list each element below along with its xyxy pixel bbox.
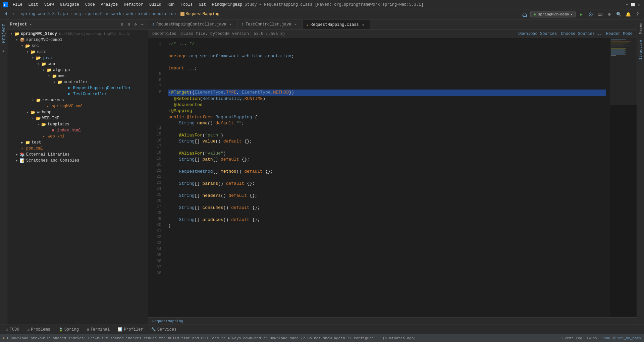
help-button[interactable]: ?: [634, 11, 641, 18]
breadcrumb-springframework[interactable]: springframework: [85, 12, 121, 16]
menu-file[interactable]: File: [10, 2, 25, 8]
tab-testcontroller[interactable]: J TestController.java ✕: [237, 20, 303, 29]
tab-java-icon-2: J: [241, 23, 244, 26]
tree-item-scratches[interactable]: ▶ 📝 Scratches and Consoles: [7, 158, 148, 164]
choose-sources-button[interactable]: Choose Sources...: [561, 32, 602, 36]
tree-item-mvc[interactable]: ▾ 📁 mvc: [7, 73, 148, 79]
tree-arrow-src: ▾: [19, 44, 25, 48]
project-tool-button[interactable]: Project: [0, 21, 7, 46]
sync-button[interactable]: [521, 11, 528, 18]
menu-build[interactable]: Build: [147, 2, 164, 8]
search-everywhere-button[interactable]: 🔍: [615, 11, 623, 18]
menu-edit[interactable]: Edit: [26, 2, 41, 8]
breadcrumb-bind[interactable]: bind: [138, 12, 147, 16]
tree-item-resources[interactable]: ▾ 📁 resources: [7, 97, 148, 103]
reader-mode-button[interactable]: Reader Mode: [606, 32, 633, 36]
tree-item-webapp[interactable]: ▾ 📂 webapp: [7, 109, 148, 115]
code-content[interactable]: ▾/* ... */ package org.springframework.w…: [164, 38, 610, 317]
tab-terminal[interactable]: ⊞ Terminal: [84, 326, 113, 334]
tab-profiler[interactable]: 📊 Profiler: [114, 326, 147, 334]
svg-marker-5: [534, 13, 536, 16]
menu-run[interactable]: Run: [165, 2, 177, 8]
tree-item-external[interactable]: ▶ 📚 External Libraries: [7, 152, 148, 158]
nav-forward-button[interactable]: [10, 11, 17, 18]
tab-close-3[interactable]: ✕: [361, 22, 366, 27]
src-folder-icon: 📂: [25, 43, 30, 49]
tree-item-main[interactable]: ▾ 📂 main: [7, 49, 148, 55]
tab-label-2: TestController.java: [246, 22, 291, 27]
decompile-actions: Download Sources Choose Sources... Reade…: [518, 32, 633, 36]
menu-code[interactable]: Code: [83, 2, 98, 8]
nav-back-button[interactable]: [3, 11, 9, 18]
tree-item-requestmappingcontroller[interactable]: ▾ C RequestMappingController: [7, 85, 148, 91]
tree-item-indexhtml[interactable]: ▾ H index.html: [7, 127, 148, 133]
status-warning-icon: ⬇: [3, 336, 5, 340]
gear-icon[interactable]: ⚙: [132, 21, 139, 27]
terminal-icon: ⊞: [87, 327, 89, 332]
tab-spring[interactable]: 🍃 Spring: [55, 326, 82, 334]
tree-item-atguigu[interactable]: ▾ 📁 atguigu: [7, 67, 148, 73]
menu-analyze[interactable]: Analyze: [98, 2, 120, 8]
coverage-button[interactable]: [596, 11, 604, 18]
tree-item-templates[interactable]: ▾ 📂 templates: [7, 121, 148, 127]
breadcrumb-annotation[interactable]: annotation: [152, 12, 176, 16]
services-label: Services: [157, 327, 177, 332]
tab-requestmappingcontroller[interactable]: J RequestMappingController.java ✕: [148, 20, 237, 29]
tree-item-demo1[interactable]: ▾ 📦 springMVC-demo1: [7, 37, 148, 43]
status-message-area: ⬇ ⬇ Download pre-built shared indexes: P…: [3, 336, 560, 340]
event-log-button[interactable]: Event Log: [562, 336, 582, 340]
tree-item-pomxml[interactable]: ▾ ✦ pom.xml: [7, 146, 148, 152]
structure-panel-button[interactable]: Structure: [639, 38, 643, 62]
minimize-panel-button[interactable]: —: [139, 21, 145, 27]
left-sidebar: Project ≡: [0, 19, 7, 325]
menu-view[interactable]: View: [42, 2, 57, 8]
breadcrumb-org[interactable]: org: [73, 12, 81, 16]
external-icon: 📚: [19, 152, 25, 157]
status-bar: ⬇ ⬇ Download pre-built shared indexes: P…: [0, 334, 644, 342]
tree-item-webinf[interactable]: ▾ 📂 WEB-INF: [7, 115, 148, 121]
breadcrumb-jar[interactable]: spring-web-5.3.1.jar: [21, 12, 69, 16]
breadcrumb-requestmapping[interactable]: RequestMapping: [180, 12, 219, 16]
tree-item-springmvcxml[interactable]: ▾ ✦ springMVC.xml: [7, 103, 148, 109]
download-sources-button[interactable]: Download Sources: [518, 32, 557, 36]
tree-item-com[interactable]: ▾ 📁 com: [7, 61, 148, 67]
notifications-button[interactable]: 🔔: [625, 11, 632, 18]
tab-todo[interactable]: ☑ TODO: [3, 326, 22, 334]
expand-all-button[interactable]: ⊞: [119, 21, 125, 27]
tab-close-2[interactable]: ✕: [293, 22, 298, 27]
tab-problems[interactable]: ⚠ Problems: [24, 326, 53, 334]
tree-item-src[interactable]: ▾ 📂 src: [7, 43, 148, 49]
structure-button[interactable]: ≡: [2, 49, 4, 53]
breadcrumb-web[interactable]: web: [126, 12, 133, 16]
pom-icon: ✦: [19, 146, 25, 151]
maven-panel-button[interactable]: Maven: [639, 21, 643, 36]
project-panel-arrow[interactable]: ▾: [30, 22, 32, 26]
menu-git[interactable]: Git: [196, 2, 209, 8]
menu-tools[interactable]: Tools: [178, 2, 196, 8]
settings-button[interactable]: ⚙: [606, 11, 613, 18]
run-button[interactable]: ▶: [578, 11, 585, 18]
menu-navigate[interactable]: Navigate: [57, 2, 82, 8]
close-button[interactable]: ✕: [637, 2, 641, 7]
main-layout: Project ≡ Project ▾ ⊞ ⊟ ⚙ — ▾ 📁 springMV…: [0, 19, 644, 325]
tab-close-1[interactable]: ✕: [228, 22, 233, 27]
debug-button[interactable]: [587, 11, 594, 18]
tab-label-1: RequestMappingController.java: [156, 22, 226, 27]
run-config-selector[interactable]: springMVC-demo ▾: [530, 11, 576, 17]
tree-item-controller[interactable]: ▾ 📁 controller: [7, 79, 148, 85]
tree-arrow-atguigu: ▾: [41, 68, 46, 72]
tree-item-root[interactable]: ▾ 📁 springMVC_Study D:\IDEA\projects\spr…: [7, 31, 148, 37]
maximize-button[interactable]: ⬜: [631, 2, 635, 7]
tree-item-webxml[interactable]: ▾ ✦ web.xml: [7, 133, 148, 139]
tab-requestmapping-class[interactable]: ☕ RequestMapping.class ✕: [303, 20, 370, 29]
menu-refactor[interactable]: Refactor: [121, 2, 146, 8]
tab-services[interactable]: 🔧 Services: [148, 326, 180, 334]
tree-item-testcontroller[interactable]: ▾ C TestController: [7, 91, 148, 97]
tree-arrow-mvc: ▾: [46, 74, 52, 78]
webapp-folder-icon: 📂: [30, 110, 36, 115]
svg-point-7: [590, 14, 591, 15]
tree-item-test[interactable]: ▶ 📁 test: [7, 139, 148, 146]
tree-item-java[interactable]: ▾ 📂 java: [7, 55, 148, 61]
collapse-all-button[interactable]: ⊟: [126, 21, 132, 27]
minimize-button[interactable]: –: [625, 2, 629, 7]
